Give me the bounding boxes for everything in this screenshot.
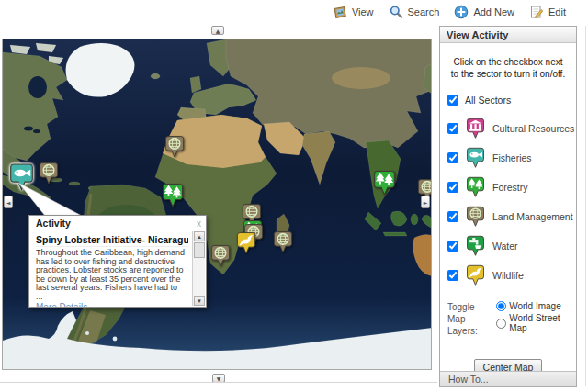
sector-row: Cultural Resources xyxy=(447,117,571,140)
activity-title: Spiny Lobster Initiative- Nicaragua ... xyxy=(36,234,188,247)
panel-title: View Activity xyxy=(440,27,576,43)
close-icon[interactable]: x xyxy=(197,218,201,229)
sector-row: Fisheries xyxy=(447,146,571,169)
pan-left-icon[interactable]: ◄ xyxy=(4,196,13,208)
add-new-icon xyxy=(454,5,469,19)
sector-label: Water xyxy=(492,241,518,252)
map-marker-forestry[interactable] xyxy=(162,183,184,208)
pan-right-icon[interactable]: ► xyxy=(421,196,430,208)
panel-content: Click on the checkbox next to the sector… xyxy=(440,43,576,371)
view-label: View xyxy=(352,6,374,17)
wildlife-icon xyxy=(466,264,485,286)
layer-radio[interactable] xyxy=(496,301,506,311)
layer-options: World Image World Street Map xyxy=(496,301,571,337)
search-icon xyxy=(389,5,403,19)
view-activity-panel: View Activity Click on the checkbox next… xyxy=(439,26,577,387)
activity-description-ellipsis: ... xyxy=(36,293,188,300)
map-marker-land-management[interactable] xyxy=(210,244,231,268)
activity-description: Throughout the Caribbean, high demand ha… xyxy=(36,249,188,293)
toggle-map-layers: Toggle Map Layers: World Image World Str… xyxy=(447,301,571,337)
search-label: Search xyxy=(408,6,440,17)
water-icon xyxy=(466,235,485,257)
center-map-button[interactable]: Center Map xyxy=(474,359,543,371)
map-layer-option[interactable]: World Street Map xyxy=(496,313,571,333)
instruction-text: Click on the checkbox next to the sector… xyxy=(448,56,568,80)
map-layer-option[interactable]: World Image xyxy=(496,301,571,311)
view-icon xyxy=(333,5,347,19)
activity-popup: Activity x Spiny Lobster Initiative- Nic… xyxy=(28,215,207,308)
more-details-link[interactable]: More Details... xyxy=(36,302,188,307)
sector-checkbox[interactable] xyxy=(447,211,458,222)
scroll-down-icon[interactable]: ▼ xyxy=(194,296,205,306)
sector-row: Wildlife xyxy=(447,263,571,286)
right-divider xyxy=(585,26,586,386)
all-sectors-checkbox[interactable] xyxy=(447,95,458,106)
satellite-basemap xyxy=(3,39,432,370)
sector-row: Land Management xyxy=(447,205,571,228)
edit-icon xyxy=(529,5,544,19)
sector-checkbox[interactable] xyxy=(447,182,458,193)
popup-title-bar-text: Activity xyxy=(36,218,71,229)
scrollbar-thumb[interactable] xyxy=(194,242,205,258)
search-button[interactable]: Search xyxy=(389,5,440,19)
edit-label: Edit xyxy=(548,6,566,17)
sector-row: Water xyxy=(447,234,571,257)
sector-list: Cultural Resources Fisheries Forestry La… xyxy=(445,117,571,286)
toggle-map-layers-label: Toggle Map Layers: xyxy=(447,301,492,337)
popup-scrollbar[interactable]: ▲ ▼ xyxy=(192,231,205,306)
top-toolbar: View Search Add New Edit xyxy=(0,0,588,23)
land-management-icon xyxy=(466,206,485,228)
map-marker-land-management[interactable] xyxy=(39,162,59,185)
map-marker-fisheries[interactable] xyxy=(9,162,34,192)
layer-radio[interactable] xyxy=(496,319,506,329)
bottom-divider xyxy=(0,382,437,383)
map-marker-forestry[interactable] xyxy=(373,170,396,196)
pan-up-icon[interactable]: ▲ xyxy=(211,26,224,35)
sector-label: Cultural Resources xyxy=(492,123,574,134)
sector-label: Forestry xyxy=(492,182,528,193)
sector-checkbox[interactable] xyxy=(447,152,458,163)
all-sectors-row[interactable]: All Sectors xyxy=(447,95,571,106)
cultural-resources-icon xyxy=(466,118,485,140)
sector-label: Land Management xyxy=(492,211,573,222)
sector-checkbox[interactable] xyxy=(447,123,458,134)
add-new-button[interactable]: Add New xyxy=(454,5,514,19)
scroll-up-icon[interactable]: ▲ xyxy=(194,231,205,241)
all-sectors-label: All Sectors xyxy=(465,95,511,106)
forestry-icon xyxy=(466,176,485,198)
edit-button[interactable]: Edit xyxy=(529,5,566,19)
world-map[interactable]: Activity x Spiny Lobster Initiative- Nic… xyxy=(2,39,432,370)
popup-body: Spiny Lobster Initiative- Nicaragua ... … xyxy=(29,231,192,307)
layer-label: World Street Map xyxy=(509,313,571,333)
fisheries-icon xyxy=(466,147,485,169)
view-button[interactable]: View xyxy=(333,5,374,19)
how-to-section[interactable]: How To... xyxy=(440,371,576,386)
sector-row: Forestry xyxy=(447,175,571,198)
layer-label: World Image xyxy=(509,301,561,311)
sector-checkbox[interactable] xyxy=(447,270,458,281)
add-new-label: Add New xyxy=(473,6,514,17)
popup-header: Activity x xyxy=(29,216,206,230)
sector-checkbox[interactable] xyxy=(447,241,458,252)
sector-label: Fisheries xyxy=(492,152,532,163)
map-marker-land-management[interactable] xyxy=(273,230,293,254)
map-marker-land-management[interactable] xyxy=(164,135,185,159)
map-marker-wildlife[interactable] xyxy=(236,231,256,255)
sector-label: Wildlife xyxy=(492,270,524,281)
